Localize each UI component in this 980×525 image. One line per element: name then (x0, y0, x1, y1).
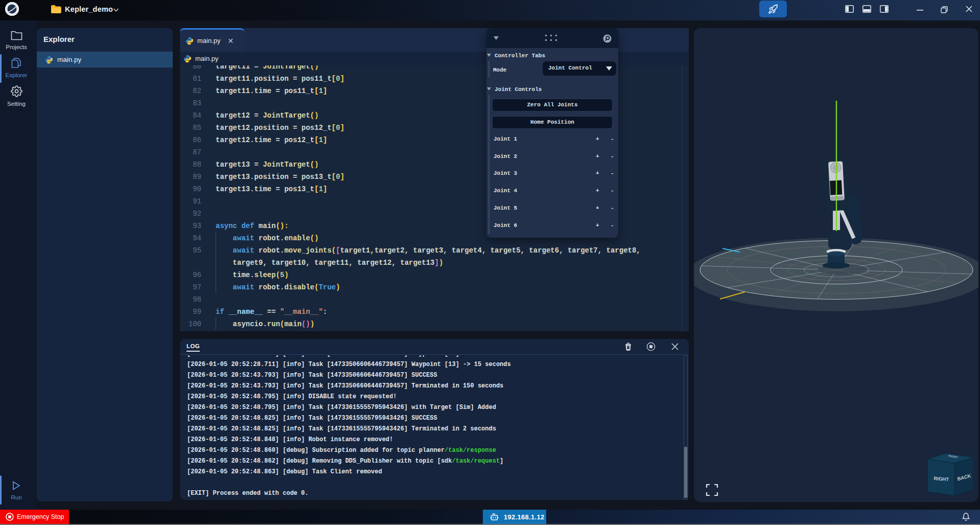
svg-text:RIGHT: RIGHT (934, 475, 949, 482)
